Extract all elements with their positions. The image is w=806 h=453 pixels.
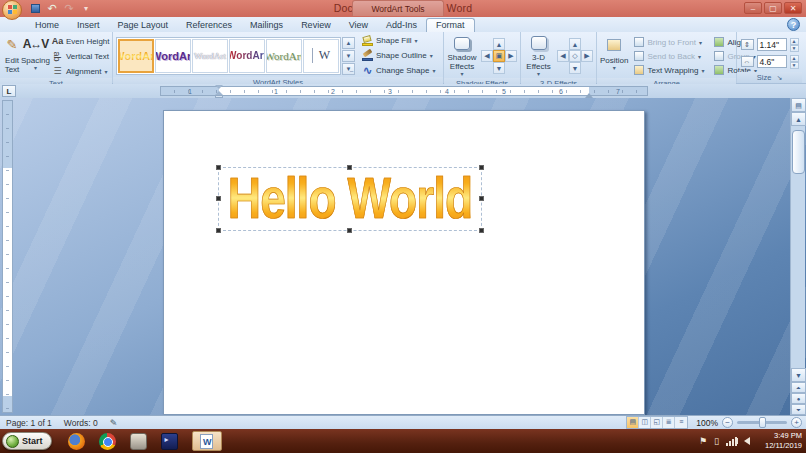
spacing-button[interactable]: A↔V Spacing ▾ (21, 34, 50, 78)
even-height-icon: Aa (52, 36, 63, 47)
vertical-scrollbar[interactable]: ▤ ▲ ▼ ⏶ ● ⏷ (790, 98, 805, 415)
send-to-back-button[interactable]: Send to Back ▾ (632, 50, 706, 62)
gallery-more-button[interactable]: ▼̲ (342, 63, 355, 75)
wordart-object[interactable]: Hello World (218, 167, 482, 231)
outline-view-button[interactable]: ≣ (663, 417, 675, 428)
toggle-3d-button[interactable]: ◇ (569, 50, 581, 62)
scrollbar-thumb[interactable] (792, 130, 805, 174)
zoom-in-button[interactable]: + (791, 417, 802, 428)
command-prompt-icon[interactable] (161, 433, 178, 450)
nudge-shadow-left-button[interactable]: ◀ (481, 50, 493, 62)
ribbon: ✎ Edit Text A↔V Spacing ▾ Aa Even Height… (0, 32, 806, 84)
text-wrapping-button[interactable]: Text Wrapping ▾ (632, 64, 706, 76)
shadow-effects-button[interactable]: Shadow Effects ▾ (447, 34, 477, 78)
wordart-style-2[interactable]: WordArt (155, 39, 191, 73)
zoom-slider[interactable] (737, 421, 787, 424)
vertical-ruler[interactable] (2, 100, 13, 413)
tab-review[interactable]: Review (292, 19, 340, 32)
word-taskbar-button[interactable] (192, 431, 222, 451)
wordart-style-5[interactable]: WordArt (266, 39, 302, 73)
tab-selector-button[interactable]: L (2, 85, 16, 97)
web-layout-button[interactable]: ◱ (651, 417, 663, 428)
zoom-level[interactable]: 100% (696, 418, 718, 428)
select-browse-object-button[interactable]: ● (791, 393, 806, 404)
selection-handle[interactable] (216, 165, 221, 170)
tilt-up-button[interactable]: ▲ (569, 38, 581, 50)
close-button[interactable]: ✕ (784, 2, 802, 14)
selection-handle[interactable] (347, 228, 352, 233)
nudge-shadow-up-button[interactable]: ▲ (493, 38, 505, 50)
selection-handle[interactable] (479, 228, 484, 233)
scroll-up-button[interactable]: ▲ (791, 112, 806, 126)
minimize-button[interactable]: – (744, 2, 762, 14)
selection-handle[interactable] (479, 165, 484, 170)
shape-height-input[interactable]: 1.14" (757, 38, 787, 51)
tab-page-layout[interactable]: Page Layout (109, 19, 178, 32)
zoom-out-button[interactable]: − (722, 417, 733, 428)
tilt-left-button[interactable]: ◀ (557, 50, 569, 62)
tab-add-ins[interactable]: Add-Ins (377, 19, 426, 32)
help-icon[interactable]: ? (787, 18, 800, 31)
selection-handle[interactable] (479, 196, 484, 201)
bring-to-front-button[interactable]: Bring to Front ▾ (632, 36, 706, 48)
wordart-text[interactable]: Hello World (228, 164, 472, 231)
ruler-toggle-button[interactable]: ▤ (791, 98, 806, 112)
even-height-button[interactable]: Aa Even Height (50, 35, 112, 48)
wordart-style-1[interactable]: WordArt (118, 39, 154, 73)
gallery-scroll-up-button[interactable]: ▲ (342, 37, 355, 49)
word-count[interactable]: Words: 0 (64, 418, 98, 428)
print-layout-view-button[interactable]: ▤ (627, 417, 639, 428)
tab-references[interactable]: References (177, 19, 241, 32)
file-explorer-icon[interactable] (130, 433, 147, 450)
toggle-shadow-button[interactable]: ▣ (493, 50, 505, 62)
previous-page-button[interactable]: ⏶ (791, 382, 806, 393)
draft-view-button[interactable]: ≡ (675, 417, 687, 428)
3d-effects-button[interactable]: 3-D Effects ▾ (524, 34, 553, 78)
firefox-icon[interactable] (68, 433, 85, 450)
spellcheck-icon[interactable]: ✎ (110, 418, 118, 428)
alignment-button[interactable]: ☰ Alignment ▾ (50, 65, 112, 78)
width-stepper[interactable]: ▲▼ (790, 55, 799, 69)
height-stepper[interactable]: ▲▼ (790, 38, 799, 52)
shape-width-input[interactable]: 4.6" (757, 55, 787, 68)
selection-handle[interactable] (216, 228, 221, 233)
wordart-style-3[interactable]: WordArt (192, 39, 228, 73)
office-button[interactable] (2, 0, 22, 20)
wordart-style-4[interactable]: WordArt (229, 39, 265, 73)
tilt-right-button[interactable]: ▶ (581, 50, 593, 62)
indent-markers[interactable] (215, 85, 223, 99)
position-button[interactable]: Position ▾ (600, 34, 628, 78)
edit-text-button[interactable]: ✎ Edit Text (3, 34, 21, 78)
selection-handle[interactable] (347, 165, 352, 170)
notification-flag-icon[interactable]: ⚑ (699, 436, 707, 446)
taskbar-clock[interactable]: 3:49 PM 12/11/2019 (765, 431, 802, 451)
shape-outline-button[interactable]: Shape Outline ▾ (360, 49, 437, 62)
tab-view[interactable]: View (340, 19, 377, 32)
zoom-slider-thumb[interactable] (759, 417, 766, 428)
tab-insert[interactable]: Insert (68, 19, 109, 32)
tab-mailings[interactable]: Mailings (241, 19, 292, 32)
scroll-down-button[interactable]: ▼ (791, 368, 806, 382)
wordart-style-6[interactable]: W (303, 39, 339, 73)
chrome-icon[interactable] (99, 433, 116, 450)
nudge-shadow-right-button[interactable]: ▶ (505, 50, 517, 62)
maximize-button[interactable]: ▢ (764, 2, 782, 14)
start-button[interactable]: Start (2, 432, 52, 450)
full-screen-reading-button[interactable]: ◫ (639, 417, 651, 428)
next-page-button[interactable]: ⏷ (791, 404, 806, 415)
power-icon[interactable]: ▯ (714, 436, 719, 446)
nudge-shadow-down-button[interactable]: ▼ (493, 62, 505, 74)
document-page[interactable]: Hello World (163, 110, 645, 415)
tab-format[interactable]: Format (426, 18, 475, 32)
page-indicator[interactable]: Page: 1 of 1 (6, 418, 52, 428)
volume-icon[interactable] (744, 437, 750, 445)
tilt-down-button[interactable]: ▼ (569, 62, 581, 74)
tab-home[interactable]: Home (26, 19, 68, 32)
shape-fill-button[interactable]: Shape Fill ▾ (360, 34, 437, 47)
horizontal-ruler[interactable]: 1 1 2 3 4 5 6 7 (160, 86, 648, 96)
gallery-scroll-down-button[interactable]: ▼ (342, 50, 355, 62)
change-shape-button[interactable]: ∿ Change Shape ▾ (360, 64, 437, 77)
size-dialog-launcher[interactable]: ↘ (776, 74, 782, 81)
selection-handle[interactable] (216, 196, 221, 201)
vertical-text-button[interactable]: ab Vertical Text (50, 50, 112, 63)
